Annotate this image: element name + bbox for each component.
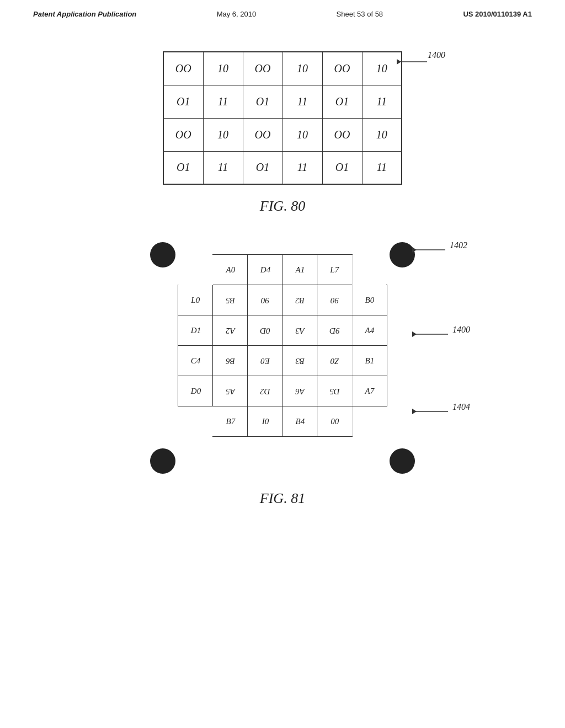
fig81-label-1404: 1404 — [452, 402, 470, 412]
header-publication: Patent Application Publication — [33, 10, 136, 18]
fig81-cell: A0 — [213, 255, 248, 285]
fig81-grid-area: A0D4A1L7L0B590B290B0D1A20DA39DA4C4B6E0B3… — [178, 254, 387, 437]
fig80-cell: OO — [243, 52, 282, 85]
fig80-cell: 10 — [362, 52, 402, 85]
svg-marker-7 — [412, 409, 417, 414]
fig80-cell: O1 — [163, 85, 203, 118]
fig81-cell: B4 — [282, 406, 317, 437]
fig81-grid: A0D4A1L7L0B590B290B0D1A20DA39DA4C4B6E0B3… — [178, 254, 387, 437]
fig81-cell: D4 — [248, 255, 282, 285]
fig81-cell: B3 — [282, 346, 317, 376]
page-header: Patent Application Publication May 6, 20… — [0, 0, 565, 24]
svg-marker-1 — [397, 59, 401, 65]
header-sheet: Sheet 53 of 58 — [337, 10, 383, 18]
fig81-cell: A5 — [213, 376, 248, 406]
fig81-cell: B2 — [282, 285, 317, 315]
fig81-cell: I0 — [248, 406, 282, 437]
fig80-cell: 11 — [282, 85, 322, 118]
fig81-caption: FIG. 81 — [260, 490, 305, 507]
fig81-label-1400: 1400 — [452, 325, 470, 335]
fig80-cell: O1 — [163, 151, 203, 184]
fig81-cell — [352, 255, 387, 285]
fig80-cell: 11 — [282, 151, 322, 184]
svg-marker-3 — [412, 247, 417, 253]
fig81-cell: D5 — [317, 376, 352, 406]
fig81-cell: B5 — [213, 285, 248, 315]
fig80-cell: 11 — [362, 151, 402, 184]
fig80-cell: OO — [163, 52, 203, 85]
fig81-cell — [178, 255, 213, 285]
fig81-label-1402: 1402 — [450, 240, 467, 250]
fig81-cell: A3 — [282, 315, 317, 346]
fig80-cell: OO — [163, 118, 203, 151]
fig80-cell: 10 — [282, 52, 322, 85]
fig81-cell — [352, 406, 387, 437]
fig81-cell: D0 — [178, 376, 213, 406]
fig81-cell: D1 — [178, 315, 213, 346]
fig80-grid-wrapper: OO10OO10OO10O111O111O111OO10OO10OO10O111… — [163, 51, 402, 185]
dot-top-right — [390, 242, 415, 267]
fig80-cell: O1 — [243, 85, 282, 118]
fig81-cell: L7 — [317, 255, 352, 285]
fig80-grid: OO10OO10OO10O111O111O111OO10OO10OO10O111… — [163, 51, 402, 185]
fig81-cell: B0 — [352, 285, 387, 315]
fig81-cell: A2 — [213, 315, 248, 346]
fig80-caption: FIG. 80 — [260, 198, 305, 215]
fig80-cell: O1 — [243, 151, 282, 184]
fig80-cell: O1 — [322, 85, 362, 118]
fig81-cell: A6 — [282, 376, 317, 406]
dot-top-left — [150, 242, 175, 267]
fig81-cell: D2 — [248, 376, 282, 406]
fig81-cell — [178, 406, 213, 437]
fig80-cell: OO — [322, 118, 362, 151]
fig81-diagram: A0D4A1L7L0B590B290B0D1A20DA39DA4C4B6E0B3… — [150, 242, 415, 474]
fig81-cell: 90 — [317, 285, 352, 315]
fig80-cell: O1 — [322, 151, 362, 184]
fig81-cell: A7 — [352, 376, 387, 406]
fig80-cell: OO — [243, 118, 282, 151]
header-patent: US 2010/0110139 A1 — [463, 10, 532, 18]
fig81-cell: 0D — [248, 315, 282, 346]
fig81-cell: B7 — [213, 406, 248, 437]
fig81-cell: 9D — [317, 315, 352, 346]
svg-marker-5 — [412, 331, 417, 337]
fig81-cell: 90 — [248, 285, 282, 315]
fig81-container: A0D4A1L7L0B590B290B0D1A20DA39DA4C4B6E0B3… — [44, 242, 521, 507]
fig80-cell: 11 — [203, 85, 243, 118]
fig81-cell: E0 — [248, 346, 282, 376]
fig80-container: OO10OO10OO10O111O111O111OO10OO10OO10O111… — [44, 51, 521, 215]
fig80-cell: OO — [322, 52, 362, 85]
fig81-cell: A4 — [352, 315, 387, 346]
fig80-cell: 10 — [203, 118, 243, 151]
fig81-cell: B1 — [352, 346, 387, 376]
fig80-cell: 11 — [203, 151, 243, 184]
fig80-label-1400: 1400 — [428, 50, 445, 60]
header-date: May 6, 2010 — [217, 10, 257, 18]
dot-bottom-left — [150, 448, 175, 474]
dot-bottom-right — [390, 448, 415, 474]
fig80-cell: 11 — [362, 85, 402, 118]
fig81-cell: L0 — [178, 285, 213, 315]
fig80-cell: 10 — [203, 52, 243, 85]
fig81-cell: C4 — [178, 346, 213, 376]
fig80-cell: 10 — [362, 118, 402, 151]
fig80-cell: 10 — [282, 118, 322, 151]
fig81-cell: B6 — [213, 346, 248, 376]
fig81-cell: A1 — [282, 255, 317, 285]
fig81-cell: 00 — [317, 406, 352, 437]
fig81-cell: Z0 — [317, 346, 352, 376]
